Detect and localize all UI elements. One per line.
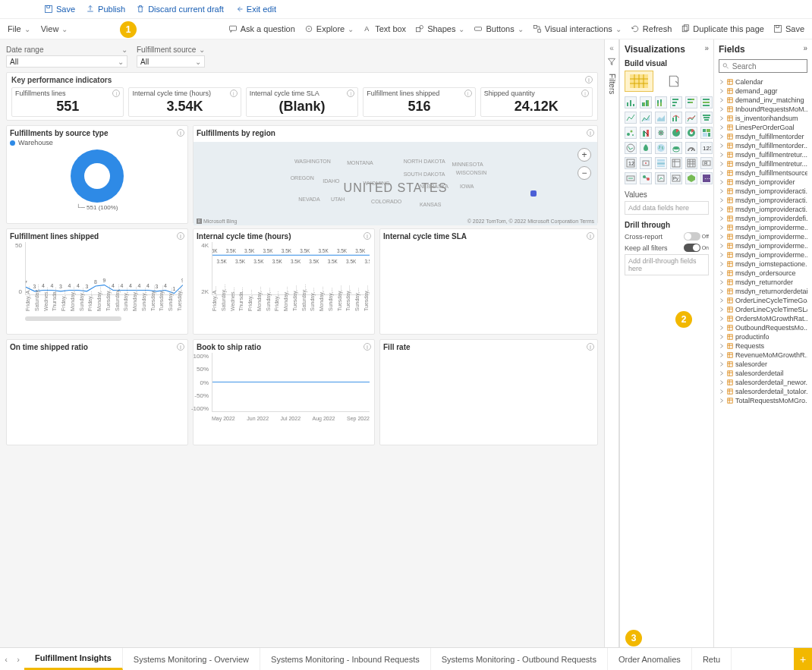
file-menu[interactable]: File⌄ [8, 24, 30, 33]
viz-type-19[interactable] [640, 142, 652, 154]
field-item[interactable]: OrderLineCycleTimeSLA [719, 305, 807, 314]
viz-type-9[interactable] [670, 112, 682, 124]
map-card[interactable]: Fulfillments by regioni UNITED STATES WA… [193, 125, 598, 224]
viz-type-29[interactable]: R [700, 157, 713, 169]
field-item[interactable]: is_inventorihandsum [719, 114, 807, 123]
field-item[interactable]: msdyn_returnorder [719, 278, 807, 287]
viz-type-18[interactable] [625, 142, 637, 154]
field-item[interactable]: msdyn_fulfillmentretur... [719, 159, 807, 168]
viz-type-17[interactable] [700, 127, 713, 139]
expand-filters-icon[interactable]: « [609, 44, 614, 52]
publish-action[interactable]: Publish [86, 5, 125, 14]
field-item[interactable]: msdyn_iomprovideracti... [719, 187, 807, 196]
info-icon[interactable]: i [464, 90, 472, 97]
field-item[interactable]: LinesPerOrderGoal [719, 123, 807, 132]
viz-type-3[interactable] [670, 96, 682, 109]
add-page-button[interactable]: + [794, 648, 812, 670]
info-icon[interactable]: i [587, 129, 594, 137]
viz-type-16[interactable] [685, 127, 697, 139]
field-item[interactable]: msdyn_iomproviderme... [719, 250, 807, 260]
buttons-button[interactable]: Buttons⌄ [474, 24, 523, 33]
viz-type-35[interactable]: ⋯ [700, 172, 713, 184]
viz-type-4[interactable] [685, 96, 697, 109]
viz-type-5[interactable] [700, 96, 713, 109]
viz-type-27[interactable] [670, 157, 682, 169]
zoom-out-button[interactable]: − [578, 166, 591, 180]
viz-type-23[interactable]: 123 [700, 142, 713, 154]
info-icon[interactable]: i [587, 343, 594, 351]
field-item[interactable]: msdyn_returnorderdetail [719, 287, 807, 296]
viz-type-32[interactable] [655, 172, 667, 184]
fields-search-input[interactable] [732, 62, 804, 71]
filters-pane-collapsed[interactable]: « Filters [604, 39, 619, 647]
viz-type-12[interactable] [625, 127, 637, 139]
info-icon[interactable]: i [587, 232, 594, 240]
drill-dropzone[interactable]: Add drill-through fields here [625, 254, 709, 275]
page-tab[interactable]: Systems Monitoring - Inbound Requests [260, 648, 431, 670]
cross-report-toggle[interactable] [684, 232, 700, 241]
field-item[interactable]: msdyn_iomproviderme... [719, 241, 807, 250]
save-action[interactable]: Save [44, 5, 75, 14]
ask-question-button[interactable]: Ask a question [228, 24, 295, 33]
info-icon[interactable]: i [364, 343, 371, 351]
kpi-card[interactable]: Fulfillments linesi551 [11, 87, 124, 117]
page-tab[interactable]: Order Anomalies [608, 648, 692, 670]
field-item[interactable]: msdyn_iomproviderme... [719, 223, 807, 232]
zoom-in-button[interactable]: + [578, 148, 591, 162]
info-icon[interactable]: i [347, 90, 354, 97]
field-item[interactable]: Requests [719, 341, 807, 351]
field-item[interactable]: OrderLineCycleTimeGoal [719, 296, 807, 305]
info-icon[interactable]: i [112, 90, 120, 97]
build-visual-tab[interactable] [625, 71, 653, 92]
info-icon[interactable]: i [364, 232, 371, 240]
field-item[interactable]: msdyn_ordersource [719, 269, 807, 278]
viz-type-7[interactable] [640, 112, 652, 124]
field-item[interactable]: RevenueMoMGrowthR... [719, 351, 807, 360]
kpi-card[interactable]: Internal cycle time SLAi(Blank) [246, 87, 358, 117]
field-item[interactable]: msdyn_fulfillmentsource [719, 168, 807, 178]
info-icon[interactable]: i [585, 76, 593, 83]
field-item[interactable]: msdyn_iomstepactione... [719, 260, 807, 269]
field-item[interactable]: demand_aggr [719, 87, 807, 96]
page-tab[interactable]: Systems Monitoring - Overview [123, 648, 260, 670]
cycle-time-card[interactable]: Internal cycle time (hours)i 4K2K3.5K3.5… [193, 228, 375, 335]
viz-type-2[interactable] [655, 96, 667, 109]
field-item[interactable]: salesorderdetail [719, 369, 807, 378]
save-button[interactable]: Save [773, 24, 804, 33]
field-item[interactable]: productinfo [719, 332, 807, 341]
field-item[interactable]: msdyn_fulfillmentretur... [719, 150, 807, 159]
info-icon[interactable]: i [177, 343, 184, 351]
viz-type-1[interactable] [640, 96, 652, 109]
viz-type-8[interactable] [655, 112, 667, 124]
cycle-time-sla-card[interactable]: Internal cycle time SLAi [379, 228, 598, 335]
field-item[interactable]: Calendar [719, 77, 807, 87]
field-item[interactable]: OrdersMoMGrowthRat... [719, 314, 807, 323]
info-icon[interactable]: i [230, 90, 238, 97]
viz-type-30[interactable] [625, 172, 637, 184]
field-item[interactable]: msdyn_iomproviderme... [719, 232, 807, 241]
book-to-ship-card[interactable]: Book to ship ratioi 100%50%0%-50%-100%Ma… [193, 339, 375, 445]
fill-rate-card[interactable]: Fill ratei [379, 339, 598, 445]
chart-scrollbar[interactable] [25, 316, 121, 321]
tab-scroll-right[interactable]: › [12, 648, 24, 670]
slicer-date-range[interactable]: Date range⌄ All⌄ [6, 46, 127, 68]
fields-search[interactable] [719, 59, 807, 73]
viz-type-11[interactable] [700, 112, 713, 124]
field-item[interactable]: salesorderdetail_totalor... [719, 387, 807, 396]
viz-type-28[interactable] [685, 157, 697, 169]
explore-button[interactable]: Explore⌄ [304, 24, 354, 33]
kpi-card[interactable]: Internal cycle time (hours)i3.54K [128, 87, 241, 117]
viz-type-6[interactable] [625, 112, 637, 124]
kpi-card[interactable]: Shipped quantityi24.12K [480, 87, 593, 117]
slicer-fulfillment-source[interactable]: Fulfillment source⌄ All⌄ [137, 46, 205, 68]
viz-type-26[interactable] [655, 157, 667, 169]
lines-shipped-card[interactable]: Fulfillment lines shippedi 5007344344389… [6, 228, 188, 335]
view-menu[interactable]: View⌄ [41, 24, 68, 33]
viz-type-24[interactable]: 12 [625, 157, 637, 169]
visual-interactions-button[interactable]: Visual interactions⌄ [533, 24, 622, 33]
duplicate-page-button[interactable]: Duplicate this page [681, 24, 764, 33]
viz-type-33[interactable]: Py [670, 172, 682, 184]
info-icon[interactable]: i [177, 129, 184, 137]
info-icon[interactable]: i [581, 90, 589, 97]
viz-type-13[interactable] [640, 127, 652, 139]
